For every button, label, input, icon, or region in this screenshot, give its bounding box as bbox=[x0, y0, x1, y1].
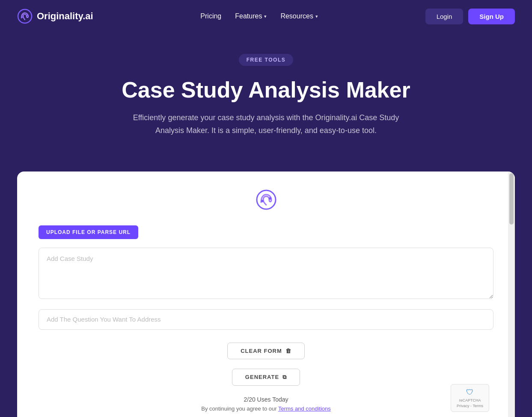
nav-pricing[interactable]: Pricing bbox=[200, 12, 221, 20]
brand-logo[interactable]: Originality.ai bbox=[17, 9, 93, 24]
svg-point-4 bbox=[261, 200, 264, 202]
resources-chevron-icon: ▾ bbox=[315, 14, 318, 19]
login-button[interactable]: Login bbox=[425, 9, 464, 24]
svg-point-1 bbox=[21, 16, 23, 18]
trash-icon: 🗑 bbox=[285, 348, 291, 354]
svg-point-3 bbox=[257, 190, 276, 209]
recaptcha-icon: 🛡 bbox=[466, 388, 474, 397]
form-logo-icon bbox=[255, 189, 277, 211]
form-actions: CLEAR FORM 🗑 GENERATE ⧉ 2/20 Uses Today … bbox=[39, 343, 493, 412]
nav-links: Pricing Features ▾ Resources ▾ bbox=[200, 12, 318, 20]
question-input[interactable] bbox=[39, 309, 493, 330]
generate-icon: ⧉ bbox=[282, 374, 287, 381]
svg-point-0 bbox=[18, 9, 32, 23]
upload-button[interactable]: UPLOAD FILE OR PARSE URL bbox=[39, 225, 138, 239]
terms-notice: By continuing you agree to our Terms and… bbox=[201, 405, 331, 412]
nav-actions: Login Sign Up bbox=[425, 9, 515, 24]
clear-form-button[interactable]: CLEAR FORM 🗑 bbox=[227, 343, 305, 359]
hero-subtitle: Efficiently generate your case study ana… bbox=[121, 112, 412, 137]
scrollbar-thumb bbox=[509, 173, 514, 225]
free-tools-badge: FREE TOOLS bbox=[239, 54, 293, 66]
hero-section: FREE TOOLS Case Study Analysis Maker Eff… bbox=[0, 33, 532, 172]
uses-count: 2/20 Uses Today bbox=[244, 396, 288, 403]
nav-resources[interactable]: Resources ▾ bbox=[280, 12, 318, 20]
generate-button[interactable]: GENERATE ⧉ bbox=[232, 369, 300, 386]
features-chevron-icon: ▾ bbox=[264, 14, 267, 19]
terms-link[interactable]: Terms and conditions bbox=[278, 405, 331, 412]
logo-icon bbox=[17, 9, 33, 24]
scrollbar[interactable] bbox=[508, 172, 515, 417]
svg-point-2 bbox=[27, 15, 28, 16]
hero-title: Case Study Analysis Maker bbox=[9, 78, 523, 102]
form-logo bbox=[39, 189, 493, 213]
svg-point-5 bbox=[269, 197, 271, 200]
form-card-wrapper: UPLOAD FILE OR PARSE URL CLEAR FORM 🗑 GE… bbox=[0, 172, 532, 417]
case-study-textarea[interactable] bbox=[39, 248, 493, 299]
signup-button[interactable]: Sign Up bbox=[468, 9, 515, 24]
form-card: UPLOAD FILE OR PARSE URL CLEAR FORM 🗑 GE… bbox=[17, 172, 515, 417]
brand-name: Originality.ai bbox=[37, 11, 93, 22]
nav-features[interactable]: Features ▾ bbox=[235, 12, 267, 20]
navbar: Originality.ai Pricing Features ▾ Resour… bbox=[0, 0, 532, 33]
recaptcha-box: 🛡 reCAPTCHA Privacy - Terms bbox=[451, 384, 489, 412]
